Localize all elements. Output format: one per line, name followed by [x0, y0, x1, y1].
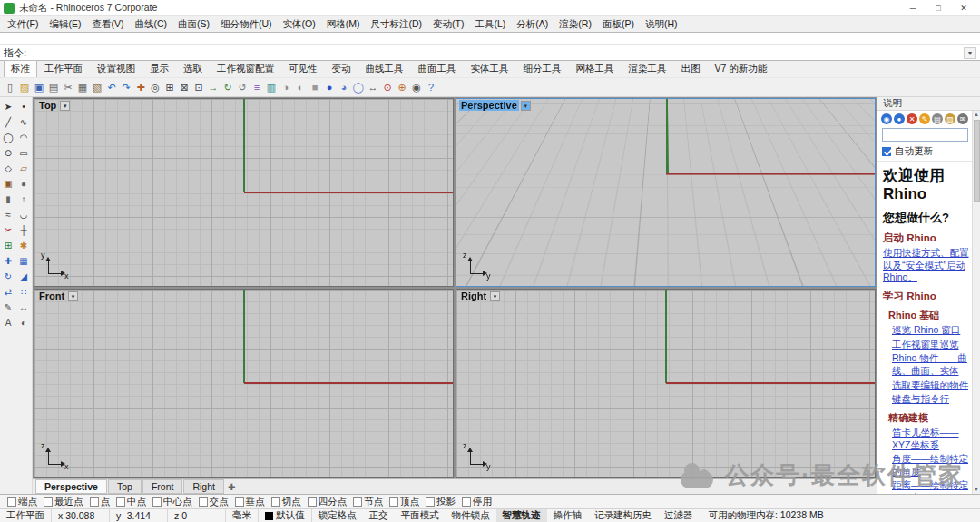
surface-plane-icon[interactable]: ▱: [16, 161, 32, 176]
scroll-down-icon[interactable]: ▼: [974, 486, 979, 494]
sphere-icon[interactable]: ●: [16, 176, 32, 192]
osnap-checkbox[interactable]: [199, 497, 208, 507]
help-icon[interactable]: ?: [424, 79, 438, 95]
layers-icon[interactable]: ≡: [250, 79, 264, 95]
cplane-button[interactable]: 工作平面: [0, 509, 52, 522]
status-toggle[interactable]: 物件锁点: [446, 509, 496, 522]
zoom-window-icon[interactable]: ⊞: [162, 79, 177, 95]
menu-item[interactable]: 曲线(C): [129, 17, 172, 32]
status-toggle[interactable]: 记录建构历史: [588, 509, 658, 522]
extrude-icon[interactable]: ↑: [16, 192, 32, 207]
scrollbar-thumb[interactable]: [974, 120, 980, 202]
help-folder-icon[interactable]: ▨: [945, 113, 956, 124]
explode-icon[interactable]: ✱: [16, 238, 32, 253]
point-icon[interactable]: •: [16, 99, 32, 114]
layer-indicator[interactable]: 默认值: [259, 509, 312, 522]
help-link[interactable]: 键盘与指令行: [892, 393, 969, 406]
viewport-pan-icon[interactable]: ✚: [228, 482, 235, 492]
rectangle-icon[interactable]: ▭: [16, 145, 32, 161]
viewport-label-right[interactable]: Right ▾: [459, 291, 500, 301]
help-back-icon[interactable]: ●: [894, 113, 905, 124]
menu-item[interactable]: 变动(T): [427, 17, 469, 32]
loft-icon[interactable]: ≈: [1, 207, 16, 222]
viewport-menu-caret-icon[interactable]: ▾: [521, 101, 531, 111]
osnap-toggle[interactable]: 最近点: [44, 496, 83, 508]
fillet-icon[interactable]: ◡: [16, 207, 32, 222]
show-object-icon[interactable]: ◐: [293, 79, 308, 95]
text-icon[interactable]: A: [1, 315, 16, 330]
osnap-checkbox[interactable]: [353, 497, 362, 507]
osnap-toggle[interactable]: 顶点: [389, 496, 419, 508]
toolbar-tab[interactable]: 变动: [325, 60, 358, 77]
help-link[interactable]: 角度——绘制特定的角度: [892, 453, 969, 478]
osnap-toggle[interactable]: 点: [90, 496, 111, 508]
command-history[interactable]: [0, 32, 980, 45]
help-stop-icon[interactable]: ✕: [906, 113, 917, 124]
toolbar-tab[interactable]: 曲面工具: [411, 60, 464, 77]
undo-icon[interactable]: ↶: [104, 79, 119, 95]
toolbar-tab[interactable]: 可见性: [281, 60, 325, 77]
pan-view-icon[interactable]: ✚: [133, 79, 148, 95]
join-icon[interactable]: ⊞: [1, 238, 16, 253]
osnap-checkbox[interactable]: [152, 497, 162, 507]
polyline-icon[interactable]: ╱: [1, 114, 16, 130]
paste-icon[interactable]: ▧: [90, 79, 104, 95]
toolbar-tab[interactable]: 实体工具: [464, 60, 516, 77]
cut-icon[interactable]: ✂: [61, 79, 75, 95]
menu-item[interactable]: 实体(O): [278, 17, 321, 32]
scale-tool-icon[interactable]: ◢: [16, 269, 32, 284]
viewport-top[interactable]: Top ▾ y x: [34, 98, 454, 287]
box-icon[interactable]: ▣: [1, 176, 16, 192]
menu-item[interactable]: 分析(A): [511, 17, 554, 32]
viewport-tab[interactable]: Top: [108, 479, 142, 494]
point-object-icon[interactable]: ⊙: [380, 79, 395, 95]
new-file-icon[interactable]: ▯: [3, 79, 17, 95]
copy-tool-icon[interactable]: ▦: [16, 253, 32, 269]
osnap-toggle[interactable]: 节点: [353, 496, 383, 508]
menu-item[interactable]: 面板(P): [597, 17, 640, 32]
help-print-icon[interactable]: ▤: [932, 113, 943, 124]
properties-icon[interactable]: ▥: [264, 79, 279, 95]
help-search-input[interactable]: [882, 128, 968, 142]
ellipse-icon[interactable]: ⊙: [1, 145, 16, 161]
viewport-menu-caret-icon[interactable]: ▾: [60, 101, 70, 111]
osnap-checkbox[interactable]: [426, 497, 435, 507]
status-toggle[interactable]: 操作轴: [547, 509, 589, 522]
open-file-icon[interactable]: ▨: [17, 79, 32, 95]
front-viewport-canvas[interactable]: [34, 290, 453, 477]
minimize-button[interactable]: ─: [900, 1, 926, 15]
menu-item[interactable]: 文件(F): [2, 17, 44, 32]
menu-item[interactable]: 曲面(S): [172, 17, 215, 32]
polygon-icon[interactable]: ◇: [1, 161, 16, 176]
curve-edit-icon[interactable]: ✎: [1, 300, 16, 315]
mirror-tool-icon[interactable]: ⇄: [1, 284, 16, 300]
toolbar-tab[interactable]: 渲染工具: [622, 60, 674, 77]
help-edit-icon[interactable]: ✎: [919, 113, 930, 124]
toolbar-tab[interactable]: 曲线工具: [358, 60, 411, 77]
toolbar-tab[interactable]: 工作平面: [37, 60, 90, 77]
arc-icon[interactable]: ◠: [16, 130, 32, 145]
move-icon[interactable]: →: [206, 79, 220, 95]
osnap-toggle[interactable]: 中点: [116, 496, 146, 508]
osnap-toggle[interactable]: 中心点: [152, 496, 192, 508]
help-link[interactable]: 选取要编辑的物件: [892, 379, 969, 392]
zoom-previous-icon[interactable]: ↺: [235, 79, 250, 95]
toolbar-tab[interactable]: 工作视窗配置: [210, 60, 281, 77]
help-panel-tab[interactable]: 说明: [877, 97, 980, 111]
osnap-checkbox[interactable]: [389, 497, 398, 507]
record-history-icon[interactable]: ◉: [409, 79, 424, 95]
osnap-checkbox[interactable]: [271, 497, 280, 507]
circle-icon[interactable]: ◯: [1, 130, 16, 145]
cylinder-icon[interactable]: ▮: [1, 192, 16, 207]
help-link[interactable]: 距离——绘制特定的距离: [892, 479, 969, 494]
viewport-right[interactable]: Right ▾ z y: [456, 289, 876, 478]
menu-item[interactable]: 工具(L): [470, 17, 512, 32]
maximize-button[interactable]: □: [926, 1, 951, 15]
osnap-toggle[interactable]: 交点: [199, 496, 229, 508]
viewport-label-top[interactable]: Top ▾: [37, 100, 70, 111]
array-tool-icon[interactable]: ∷: [16, 284, 32, 300]
top-viewport-canvas[interactable]: [34, 99, 453, 286]
command-line[interactable]: 指令: ▾: [0, 45, 980, 61]
toolbar-tab[interactable]: 选取: [176, 60, 210, 77]
status-toggle[interactable]: 锁定格点: [312, 509, 363, 522]
